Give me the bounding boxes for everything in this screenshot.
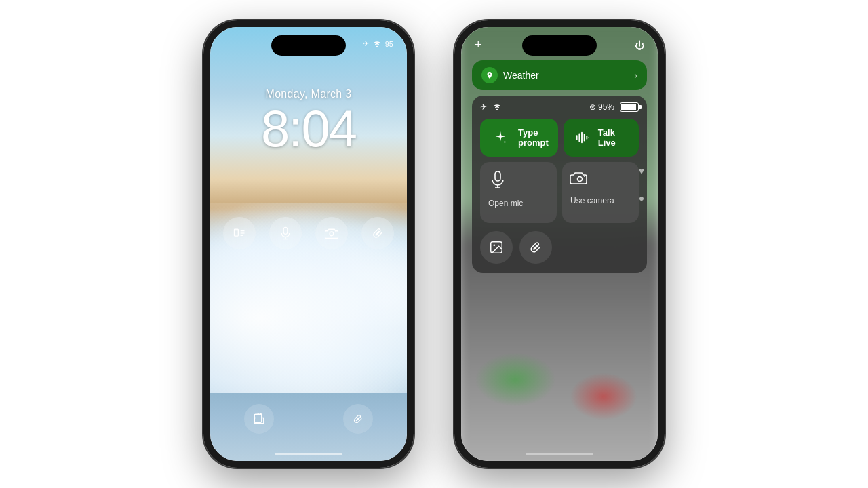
right-side-icons: ♥ ● [633, 163, 650, 206]
image-button[interactable] [480, 231, 513, 264]
left-phone: ✈ 95 Monday, March 3 8:04 [203, 20, 414, 468]
svg-rect-10 [254, 414, 262, 422]
airplane-icon: ✈ [363, 39, 369, 48]
battery-fill [621, 104, 636, 110]
weather-expand-icon[interactable]: › [634, 70, 637, 81]
talk-live-icon [573, 127, 591, 148]
control-mid-grid: Open mic Use camera [480, 162, 639, 223]
open-mic-icon [488, 170, 507, 193]
use-camera-button[interactable]: Use camera [562, 162, 639, 223]
lockscreen-bottom [210, 404, 407, 434]
battery-percentage: ⊛ 95% [589, 102, 614, 112]
control-bottom-row [480, 228, 639, 266]
mic-button[interactable] [269, 217, 302, 249]
weather-label: Weather [503, 70, 629, 81]
airplane-icon-right: ✈ [480, 102, 487, 112]
home-indicator-left [275, 453, 342, 455]
home-indicator-right [526, 453, 593, 455]
type-prompt-button[interactable]: Type prompt [480, 119, 558, 157]
svg-point-19 [578, 177, 583, 182]
svg-point-8 [330, 232, 334, 236]
attach-bottom-button[interactable] [343, 404, 373, 434]
type-prompt-label-line1: Type [518, 127, 549, 138]
type-prompt-icon [490, 127, 511, 148]
control-top-grid: Type prompt [480, 119, 639, 157]
svg-point-22 [493, 244, 495, 246]
control-status-row: ✈ ⊛ 95% [480, 102, 639, 112]
battery-label-left: 95 [385, 40, 393, 48]
wifi-icon [372, 40, 382, 48]
use-camera-label: Use camera [570, 196, 614, 205]
lockscreen-date: Monday, March 3 [210, 88, 407, 100]
attach-button-right[interactable] [519, 231, 552, 264]
attach-button[interactable] [361, 217, 394, 249]
dynamic-island-right [522, 35, 597, 56]
lockscreen-actions [210, 217, 407, 249]
lockscreen-status: ✈ 95 [363, 39, 393, 48]
add-button[interactable]: + [475, 38, 482, 52]
lockscreen-time-area: Monday, March 3 8:04 [210, 88, 407, 155]
dynamic-island-left [271, 35, 346, 56]
svg-rect-16 [495, 171, 500, 181]
open-mic-button[interactable]: Open mic [480, 162, 557, 223]
use-camera-icon [570, 170, 589, 190]
lockscreen-time: 8:04 [210, 103, 407, 155]
svg-point-20 [584, 176, 585, 177]
menu-overlay: + ⏻ Weather › ✈ [461, 27, 658, 461]
power-button[interactable]: ⏻ [635, 40, 644, 51]
dot-icon: ● [633, 190, 650, 206]
battery-icon [620, 102, 639, 112]
wifi-icon-right [492, 103, 502, 111]
svg-rect-15 [587, 136, 588, 140]
translate-button[interactable] [223, 217, 256, 249]
camera-button[interactable] [315, 217, 348, 249]
weather-notification[interactable]: Weather › [472, 60, 647, 90]
weather-location-icon [481, 67, 498, 83]
svg-rect-5 [283, 227, 288, 234]
talk-live-label: Talk Live [598, 127, 629, 148]
svg-rect-11 [576, 135, 578, 140]
right-phone: + ⏻ Weather › ✈ [454, 20, 665, 468]
control-panel: ✈ ⊛ 95% [472, 96, 647, 273]
svg-point-9 [335, 232, 336, 233]
share-bottom-button[interactable] [244, 404, 274, 434]
open-mic-label: Open mic [488, 199, 523, 208]
svg-rect-14 [584, 134, 585, 142]
type-prompt-label-line2: prompt [518, 138, 549, 148]
heart-icon: ♥ [633, 163, 650, 179]
svg-rect-13 [581, 132, 583, 144]
svg-rect-1 [235, 229, 239, 231]
svg-rect-12 [579, 134, 580, 142]
talk-live-button[interactable]: Talk Live [564, 119, 639, 157]
